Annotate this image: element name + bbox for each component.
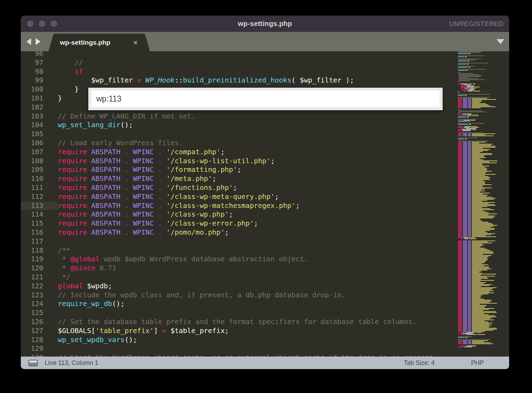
line-number: 130 <box>21 353 58 357</box>
cursor-position[interactable]: Line 113, Column 1 <box>45 359 98 367</box>
panel-toggle-icon[interactable] <box>28 360 38 366</box>
code-line[interactable]: 118/** <box>21 246 454 255</box>
minimap-row <box>456 175 506 176</box>
code-line[interactable]: 130// Start the WordPress object cache, … <box>21 353 454 357</box>
minimap-row <box>456 139 506 139</box>
minimap-row <box>456 335 506 336</box>
minimap-row <box>456 249 506 250</box>
minimap-row <box>456 171 506 172</box>
minimap-row <box>456 206 506 207</box>
minimap-row <box>456 296 506 296</box>
minimap[interactable] <box>456 51 506 357</box>
minimap-row <box>456 324 506 324</box>
minimap-row <box>456 60 506 60</box>
code-line[interactable]: 114require ABSPATH . WPINC . '/class-wp.… <box>21 210 454 219</box>
line-number: 120 <box>21 264 58 273</box>
code-text: require ABSPATH . WPINC . '/class-wp-err… <box>58 219 258 228</box>
code-line[interactable]: 125 <box>21 308 454 317</box>
code-line[interactable]: 120 * @since 0.71 <box>21 264 454 273</box>
code-line[interactable]: 104wp_set_lang_dir(); <box>21 121 454 130</box>
minimap-row <box>456 254 506 255</box>
code-line[interactable]: 122global $wpdb; <box>21 282 454 291</box>
zoom-window-button[interactable] <box>51 20 57 27</box>
minimap-row <box>456 327 506 328</box>
minimap-row <box>456 223 506 224</box>
minimap-row <box>456 207 506 208</box>
code-text: require ABSPATH . WPINC . '/class-wp-lis… <box>58 157 275 166</box>
tab-size-indicator[interactable]: Tab Size: 4 <box>404 359 435 367</box>
code-line[interactable]: 119 * @global wpdb $wpdb WordPress datab… <box>21 255 454 264</box>
minimap-row <box>456 217 506 217</box>
goto-anything-input[interactable] <box>91 90 440 107</box>
minimap-row <box>456 122 506 123</box>
code-line[interactable]: 115require ABSPATH . WPINC . '/class-wp-… <box>21 219 454 228</box>
code-line[interactable]: 108require ABSPATH . WPINC . '/class-wp-… <box>21 157 454 166</box>
minimap-row <box>456 334 506 335</box>
minimap-row <box>456 97 506 98</box>
minimap-row <box>456 160 506 161</box>
minimap-row <box>456 183 506 184</box>
code-text: if <box>58 67 87 76</box>
minimize-window-button[interactable] <box>39 20 45 27</box>
code-line[interactable]: 123// Include the wpdb class and, if pre… <box>21 291 454 300</box>
code-line[interactable]: 103// Define WP_LANG_DIR if not set. <box>21 112 454 121</box>
minimap-row <box>456 89 506 89</box>
code-line[interactable]: 107require ABSPATH . WPINC . '/compat.ph… <box>21 148 454 157</box>
code-line[interactable]: 129 <box>21 344 454 353</box>
minimap-row <box>456 229 506 230</box>
minimap-row <box>456 53 506 54</box>
syntax-indicator[interactable]: PHP <box>471 359 484 367</box>
line-number: 102 <box>21 103 58 112</box>
minimap-row <box>456 318 506 319</box>
minimap-row <box>456 82 506 83</box>
next-tab-icon[interactable] <box>36 38 41 45</box>
tab-wp-settings[interactable]: wp-settings.php × <box>48 34 150 51</box>
code-line[interactable]: 126// Set the database table prefix and … <box>21 317 454 326</box>
code-line[interactable]: 96 <box>21 51 454 58</box>
minimap-row <box>456 148 506 149</box>
code-line[interactable]: 128wp_set_wpdb_vars(); <box>21 335 454 344</box>
line-number: 121 <box>21 273 58 282</box>
minimap-row <box>456 178 506 179</box>
tab-bar: wp-settings.php × <box>21 32 509 51</box>
code-line[interactable]: 117 <box>21 237 454 246</box>
tab-close-icon[interactable]: × <box>133 39 138 46</box>
code-line[interactable]: 98if <box>21 67 454 76</box>
minimap-row <box>456 172 506 173</box>
minimap-row <box>456 347 506 347</box>
code-line[interactable]: 99$wp_filter = WP_Hook::build_preinitial… <box>21 76 454 85</box>
minimap-row <box>456 151 506 152</box>
line-number: 100 <box>21 85 58 94</box>
code-text: require ABSPATH . WPINC . '/class-wp-mat… <box>58 201 300 210</box>
minimap-row <box>456 303 506 304</box>
minimap-row <box>456 62 506 62</box>
line-number: 106 <box>21 139 58 148</box>
minimap-row <box>456 196 506 196</box>
minimap-row <box>456 189 506 189</box>
line-number: 124 <box>21 299 58 308</box>
code-line[interactable]: 112require ABSPATH . WPINC . '/class-wp-… <box>21 192 454 201</box>
code-line[interactable]: 105 <box>21 130 454 139</box>
minimap-row <box>456 269 506 269</box>
minimap-row <box>456 164 506 164</box>
code-line[interactable]: 124require_wp_db(); <box>21 299 454 308</box>
minimap-row <box>456 137 506 137</box>
minimap-row <box>456 161 506 162</box>
code-line[interactable]: 116require ABSPATH . WPINC . '/pomo/mo.p… <box>21 228 454 237</box>
minimap-row <box>456 150 506 151</box>
tab-list-dropdown-icon[interactable] <box>497 39 504 44</box>
code-line[interactable]: 109require ABSPATH . WPINC . '/formattin… <box>21 165 454 174</box>
close-window-button[interactable] <box>27 20 34 27</box>
editor-pane: 9697// 98if 99$wp_filter = WP_Hook::buil… <box>21 51 509 357</box>
code-line[interactable]: 121 */ <box>21 273 454 282</box>
code-line[interactable]: 113require ABSPATH . WPINC . '/class-wp-… <box>21 201 454 210</box>
code-line[interactable]: 127$GLOBALS['table_prefix'] = $table_pre… <box>21 326 454 335</box>
code-line[interactable]: 97// <box>21 58 454 67</box>
code-line[interactable]: 110require ABSPATH . WPINC . '/meta.php'… <box>21 174 454 183</box>
code-line[interactable]: 106// Load early WordPress files. <box>21 139 454 148</box>
minimap-row <box>456 224 506 225</box>
minimap-row <box>456 274 506 274</box>
code-line[interactable]: 111require ABSPATH . WPINC . '/functions… <box>21 183 454 192</box>
previous-tab-icon[interactable] <box>26 38 31 45</box>
minimap-row <box>456 245 506 245</box>
